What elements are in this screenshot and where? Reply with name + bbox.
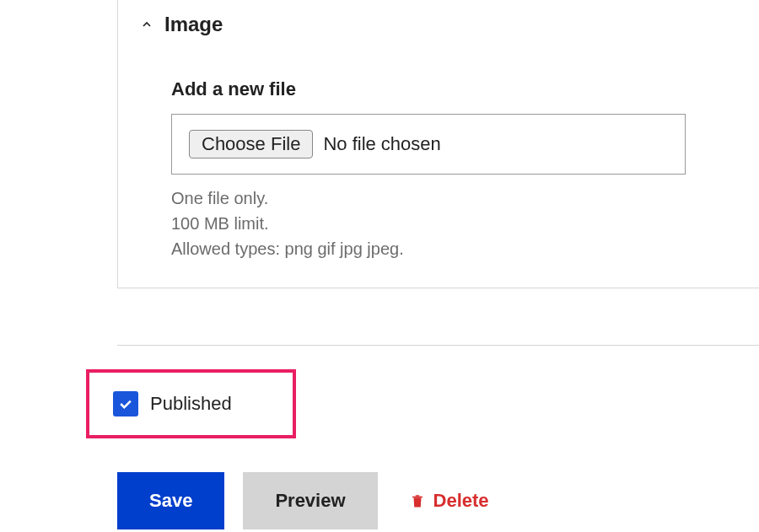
save-button[interactable]: Save bbox=[117, 472, 224, 529]
action-bar: Save Preview Delete bbox=[117, 472, 489, 529]
delete-label: Delete bbox=[433, 490, 489, 512]
panel-header[interactable]: Image bbox=[139, 13, 738, 36]
file-hints: One file only. 100 MB limit. Allowed typ… bbox=[171, 186, 738, 261]
divider bbox=[117, 345, 759, 346]
file-hint: One file only. bbox=[171, 186, 738, 211]
file-field: Add a new file Choose File No file chose… bbox=[171, 78, 738, 261]
file-status: No file chosen bbox=[323, 133, 440, 155]
chevron-up-icon bbox=[139, 17, 154, 32]
file-picker[interactable]: Choose File No file chosen bbox=[171, 114, 686, 175]
published-field: Published bbox=[86, 369, 296, 438]
published-checkbox[interactable] bbox=[113, 391, 138, 416]
file-hint: 100 MB limit. bbox=[171, 212, 738, 236]
image-panel: Image Add a new file Choose File No file… bbox=[117, 0, 759, 288]
trash-icon bbox=[410, 492, 425, 510]
preview-button[interactable]: Preview bbox=[243, 472, 377, 529]
file-field-label: Add a new file bbox=[171, 78, 738, 100]
published-label: Published bbox=[150, 393, 232, 415]
delete-link[interactable]: Delete bbox=[410, 490, 489, 512]
file-hint: Allowed types: png gif jpg jpeg. bbox=[171, 237, 738, 261]
choose-file-button[interactable]: Choose File bbox=[189, 130, 313, 159]
panel-title: Image bbox=[164, 13, 223, 36]
